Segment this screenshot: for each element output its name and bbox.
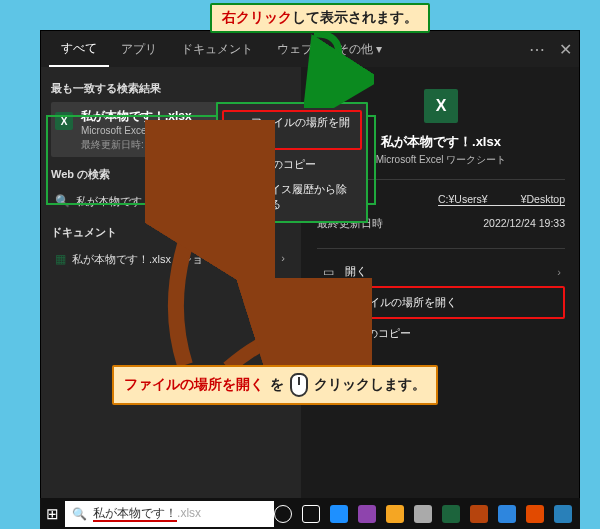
excel-icon: X — [55, 112, 73, 130]
tray-icon[interactable] — [330, 505, 348, 523]
tray-icon[interactable] — [414, 505, 432, 523]
chevron-right-icon: › — [281, 252, 285, 264]
taskbar: ⊞ 🔍 私が本物です！.xlsx — [40, 498, 580, 529]
callout2-accent: ファイルの場所を開く — [124, 376, 264, 394]
tray-icon[interactable] — [442, 505, 460, 523]
tray-icon[interactable] — [302, 505, 320, 523]
tab-apps[interactable]: アプリ — [109, 33, 169, 66]
taskbar-search[interactable]: 🔍 私が本物です！.xlsx — [65, 501, 274, 527]
detail-subtitle: Microsoft Excel ワークシート — [376, 153, 507, 167]
detail-updated-value: 2022/12/24 19:33 — [389, 217, 565, 231]
tray-icon[interactable] — [470, 505, 488, 523]
callout-click-open-location: ファイルの場所を開く を クリックします。 — [112, 365, 438, 405]
taskbar-search-text: 私が本物です！.xlsx — [93, 505, 274, 522]
callout2-tail: クリックします。 — [314, 376, 426, 394]
search-query-match: 私が本物です！ — [93, 506, 177, 522]
detail-title: 私が本物です！.xlsx — [381, 133, 501, 151]
taskbar-tray — [274, 505, 580, 523]
chevron-right-icon: › — [557, 266, 561, 278]
tab-docs[interactable]: ドキュメント — [169, 33, 265, 66]
callout-right-click-accent: 右クリック — [222, 9, 292, 25]
tray-icon[interactable] — [554, 505, 572, 523]
arrow-green-to-context — [304, 28, 374, 108]
search-query-suggest: .xlsx — [177, 506, 201, 520]
callout-right-click: 右クリックして表示されます。 — [210, 3, 430, 33]
start-button[interactable]: ⊞ — [40, 498, 65, 529]
mouse-icon — [290, 373, 308, 397]
tray-icon[interactable] — [274, 505, 292, 523]
tray-icon[interactable] — [498, 505, 516, 523]
detail-location-value[interactable]: C:¥Users¥ ¥Desktop — [389, 193, 565, 207]
more-icon[interactable]: ⋯ — [523, 40, 551, 59]
best-match-header: 最も一致する検索結果 — [51, 81, 291, 96]
tray-icon[interactable] — [358, 505, 376, 523]
callout2-mid: を — [270, 376, 284, 394]
open-icon: ▭ — [321, 265, 335, 279]
tray-icon[interactable] — [386, 505, 404, 523]
divider — [317, 248, 565, 249]
excel-icon-large: X — [424, 89, 458, 123]
tab-all[interactable]: すべて — [49, 32, 109, 67]
panel-controls: ⋯ ✕ — [523, 40, 579, 59]
search-icon: 🔍 — [55, 194, 70, 208]
tray-icon[interactable] — [526, 505, 544, 523]
close-icon[interactable]: ✕ — [551, 40, 579, 59]
excel-small-icon: ▦ — [55, 252, 66, 266]
search-icon: 🔍 — [65, 507, 93, 521]
arrow-brown-to-action — [222, 278, 372, 373]
callout-right-click-rest: して表示されます。 — [292, 9, 418, 25]
